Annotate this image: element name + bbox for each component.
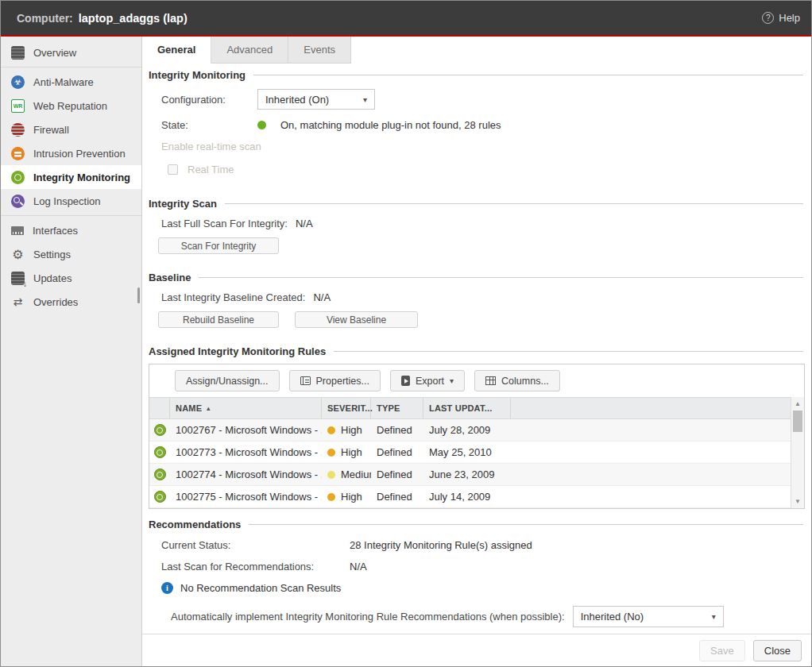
rule-name: 1002775 - Microsoft Windows - ... <box>170 491 322 503</box>
severity-dot <box>327 426 335 434</box>
current-status-value: 28 Integrity Monitoring Rule(s) assigned <box>350 539 532 551</box>
sidebar-item-intrusion-prevention[interactable]: Intrusion Prevention <box>1 141 141 165</box>
help-button[interactable]: ? Help <box>762 12 800 24</box>
section-title-text: Assigned Integrity Monitoring Rules <box>149 345 326 357</box>
export-label: Export <box>416 376 444 387</box>
configuration-label: Configuration: <box>161 94 257 106</box>
integrity-rule-icon <box>154 446 166 458</box>
column-header-severity[interactable]: SEVERIT... <box>322 398 371 418</box>
auto-implement-dropdown[interactable]: Inherited (No) ▾ <box>573 606 724 627</box>
sidebar-item-label: Overview <box>33 47 76 59</box>
overrides-icon <box>11 295 25 309</box>
scrollbar-thumb[interactable] <box>793 411 802 432</box>
table-scrollbar[interactable]: ▲ ▼ <box>791 397 804 508</box>
sort-ascending-icon: ▴ <box>207 405 210 412</box>
last-scan-label: Last Full Scan For Integrity: <box>161 218 288 229</box>
titlebar: Computer: laptop_adaggs (lap) ? Help <box>1 1 811 37</box>
log-inspection-icon <box>11 195 25 208</box>
rule-type: Defined <box>371 446 423 458</box>
export-icon <box>401 376 410 386</box>
updates-icon <box>11 272 25 285</box>
state-row: State: On, matching module plug-in not f… <box>161 119 803 131</box>
chevron-down-icon: ▾ <box>363 95 367 104</box>
column-header-icon <box>149 398 170 418</box>
sidebar-item-label: Integrity Monitoring <box>33 172 130 183</box>
rule-name: 1002773 - Microsoft Windows - ... <box>170 446 322 458</box>
sidebar-item-overview[interactable]: Overview <box>1 40 141 64</box>
sidebar-item-label: Anti-Malware <box>33 76 94 88</box>
sidebar-item-log-inspection[interactable]: Log Inspection <box>1 189 141 213</box>
title-prefix: Computer: <box>17 12 73 25</box>
properties-label: Properties... <box>316 376 369 387</box>
scan-button-row: Scan For Integrity <box>158 237 803 254</box>
last-scan-row: Last Full Scan For Integrity: N/A <box>161 218 803 229</box>
severity-label: High <box>341 424 362 436</box>
rule-type: Defined <box>371 491 423 503</box>
section-baseline: Baseline <box>149 272 803 283</box>
rule-type: Defined <box>371 468 423 480</box>
column-header-type[interactable]: TYPE <box>371 398 423 418</box>
sidebar-item-label: Web Reputation <box>33 100 107 112</box>
export-button[interactable]: Export ▾ <box>390 370 465 391</box>
auto-implement-value: Inherited (No) <box>581 611 712 623</box>
scroll-down-icon[interactable]: ▼ <box>791 498 804 505</box>
app-window: Computer: laptop_adaggs (lap) ? Help Ove… <box>0 0 812 667</box>
tab-content: Integrity Monitoring Configuration: Inhe… <box>142 64 811 634</box>
no-scan-results-row: i No Recommendation Scan Results <box>161 582 803 594</box>
sidebar-item-firewall[interactable]: Firewall <box>1 118 141 141</box>
sidebar-item-label: Firewall <box>33 124 69 136</box>
section-title-text: Integrity Monitoring <box>149 69 246 81</box>
columns-icon <box>485 376 496 385</box>
rule-last-updated: July 28, 2009 <box>423 424 511 436</box>
sidebar-item-settings[interactable]: Settings <box>1 242 141 266</box>
rebuild-baseline-button[interactable]: Rebuild Baseline <box>158 311 279 328</box>
properties-button[interactable]: Properties... <box>289 370 381 391</box>
column-header-last-updated[interactable]: LAST UPDAT... <box>423 398 511 418</box>
severity-label: Medium <box>341 468 371 480</box>
columns-button[interactable]: Columns... <box>474 370 560 391</box>
tab-general[interactable]: General <box>142 37 211 64</box>
sidebar-item-web-reputation[interactable]: Web Reputation <box>1 94 141 118</box>
no-scan-results-text: No Recommendation Scan Results <box>180 582 341 594</box>
rule-last-updated: June 23, 2009 <box>423 468 511 480</box>
assign-unassign-button[interactable]: Assign/Unassign... <box>175 370 280 391</box>
tab-bar: General Advanced Events <box>142 37 811 64</box>
sidebar-resize-handle[interactable] <box>137 287 140 303</box>
section-recommendations: Recommendations <box>149 519 803 530</box>
tab-events[interactable]: Events <box>288 37 351 64</box>
column-header-name[interactable]: NAME ▴ <box>170 398 322 418</box>
assign-unassign-label: Assign/Unassign... <box>186 376 269 387</box>
close-button[interactable]: Close <box>753 640 802 661</box>
sidebar-item-interfaces[interactable]: Interfaces <box>1 218 141 242</box>
rule-last-updated: July 14, 2009 <box>423 491 511 503</box>
sidebar-item-overrides[interactable]: Overrides <box>1 290 141 314</box>
table-row[interactable]: 1002774 - Microsoft Windows - ... Medium… <box>149 464 791 486</box>
view-baseline-button[interactable]: View Baseline <box>295 311 418 328</box>
rules-grid-body: 1002767 - Microsoft Windows - ... High D… <box>149 419 804 508</box>
rule-type: Defined <box>371 424 423 436</box>
scan-for-integrity-button[interactable]: Scan For Integrity <box>158 237 279 254</box>
rule-last-updated: May 25, 2010 <box>423 446 511 458</box>
sidebar-item-label: Log Inspection <box>33 195 101 207</box>
rules-grid-header: NAME ▴ SEVERIT... TYPE LAST UPDAT... <box>149 397 804 419</box>
save-button: Save <box>699 640 745 661</box>
scroll-up-icon[interactable]: ▲ <box>791 400 804 407</box>
web-reputation-icon <box>11 99 25 113</box>
configuration-dropdown[interactable]: Inherited (On) ▾ <box>257 89 375 110</box>
sidebar-item-anti-malware[interactable]: Anti-Malware <box>1 70 141 94</box>
table-row[interactable]: 1002775 - Microsoft Windows - ... High D… <box>149 486 791 508</box>
tab-advanced[interactable]: Advanced <box>211 37 288 64</box>
sidebar-item-updates[interactable]: Updates <box>1 266 141 290</box>
help-icon: ? <box>762 12 774 24</box>
table-row[interactable]: 1002767 - Microsoft Windows - ... High D… <box>149 419 791 441</box>
integrity-rule-icon <box>154 468 166 480</box>
sidebar-item-integrity-monitoring[interactable]: Integrity Monitoring <box>1 165 141 189</box>
sidebar-item-label: Intrusion Prevention <box>33 148 126 160</box>
properties-icon <box>300 376 311 385</box>
column-label: NAME <box>176 403 202 413</box>
integrity-monitoring-icon <box>11 171 25 184</box>
section-title-text: Baseline <box>149 272 191 283</box>
section-integrity-scan: Integrity Scan <box>149 198 803 210</box>
section-title-text: Integrity Scan <box>149 198 217 210</box>
table-row[interactable]: 1002773 - Microsoft Windows - ... High D… <box>149 441 791 464</box>
